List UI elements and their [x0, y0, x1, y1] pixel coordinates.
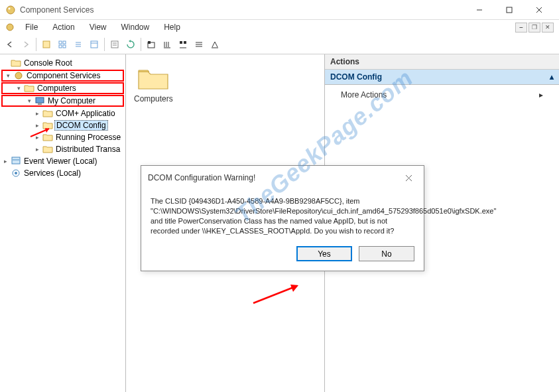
back-button[interactable] [3, 37, 17, 52]
content-item-computers[interactable]: Computers [130, 58, 177, 107]
actions-more-label: More Actions [341, 90, 387, 99]
actions-header: Actions [325, 54, 559, 70]
dialog-close-button[interactable] [400, 171, 417, 184]
menu-file[interactable]: File [19, 21, 44, 33]
svg-rect-11 [63, 45, 66, 48]
menu-action[interactable]: Action [46, 21, 81, 33]
menu-view[interactable]: View [83, 21, 113, 33]
yes-button[interactable]: Yes [296, 246, 352, 261]
refresh-button[interactable] [123, 37, 138, 52]
tree-label: Services (Local) [23, 168, 82, 178]
dialog-body-text: The CLSID {049436D1-A450-4589-A4A9-9BB92… [141, 190, 424, 235]
tree-label: Distributed Transa [54, 145, 121, 154]
app-icon [5, 5, 16, 15]
svg-rect-9 [63, 41, 66, 44]
chevron-down-icon[interactable]: ▾ [15, 85, 23, 92]
tool-button-d[interactable] [192, 37, 206, 52]
minimize-button[interactable] [464, 0, 494, 20]
chevron-right-icon[interactable]: ▸ [1, 158, 9, 164]
tree-item-event-viewer[interactable]: ▸ Event Viewer (Local) [0, 155, 125, 167]
tool-button-c[interactable] [176, 37, 190, 52]
svg-rect-3 [507, 7, 512, 13]
content-item-label: Computers [134, 94, 173, 103]
mdi-minimize-button[interactable]: ‒ [515, 23, 527, 33]
tree-item-com-apps[interactable]: ▸ COM+ Applicatio [0, 107, 125, 119]
folder-large-icon [137, 65, 169, 92]
mdi-controls: ‒ ❐ ✕ [515, 23, 556, 33]
toolbar-separator [104, 38, 105, 51]
tree-item-component-services[interactable]: ▾ Component Services [1, 70, 124, 82]
tool-button-b[interactable] [160, 37, 174, 52]
view-large-button[interactable] [55, 37, 70, 52]
tree-label: DCOM Config [54, 120, 108, 131]
show-hide-tree-button[interactable] [39, 37, 54, 52]
dcom-warning-dialog: DCOM Configuration Warning! The CLSID {0… [141, 165, 424, 271]
svg-point-0 [7, 6, 15, 14]
svg-rect-21 [148, 41, 151, 44]
tool-button-a[interactable] [144, 37, 158, 52]
forward-button[interactable] [19, 37, 33, 52]
no-button[interactable]: No [359, 246, 414, 261]
actions-section-label: DCOM Config [330, 72, 382, 82]
maximize-button[interactable] [494, 0, 524, 20]
view-detail-button[interactable] [87, 37, 101, 52]
app-icon-small [5, 23, 15, 32]
chevron-right-icon[interactable]: ▸ [33, 134, 41, 141]
chevron-right-icon[interactable]: ▸ [33, 110, 41, 117]
chevron-down-icon[interactable]: ▾ [4, 72, 12, 79]
folder-icon [42, 108, 53, 119]
menu-window[interactable]: Window [115, 21, 156, 33]
properties-button[interactable] [107, 37, 122, 52]
chevron-right-icon: ▸ [539, 90, 543, 99]
mdi-restore-button[interactable]: ❐ [528, 23, 540, 33]
tree-item-dcom-config[interactable]: ▸ DCOM Config [0, 119, 125, 131]
actions-section-header[interactable]: DCOM Config ▴ [325, 70, 559, 85]
tree-item-my-computer[interactable]: ▾ My Computer [1, 95, 124, 107]
svg-rect-35 [38, 103, 42, 105]
tree-item-computers[interactable]: ▾ Computers [1, 82, 124, 94]
svg-rect-17 [111, 41, 118, 48]
window-title: Component Services [20, 5, 464, 15]
close-button[interactable] [524, 0, 554, 20]
folder-icon [42, 120, 53, 131]
tree-label: Event Viewer (Local) [23, 157, 99, 166]
view-list-button[interactable] [71, 37, 86, 52]
tree-item-console-root[interactable]: Console Root [0, 57, 125, 69]
dialog-title-text: DCOM Configuration Warning! [148, 173, 255, 182]
tree-label: Component Services [25, 71, 101, 80]
tree-item-distributed[interactable]: ▸ Distributed Transa [0, 143, 125, 155]
mdi-close-button[interactable]: ✕ [542, 23, 554, 33]
chevron-right-icon[interactable]: ▸ [33, 122, 41, 129]
toolbar-separator [36, 38, 36, 51]
svg-point-1 [9, 7, 11, 9]
tree-panel: Console Root ▾ Component Services ▾ Comp… [0, 54, 126, 392]
svg-point-6 [7, 24, 13, 31]
component-services-icon [13, 70, 24, 81]
toolbar-separator [141, 38, 141, 51]
titlebar: Component Services [0, 0, 559, 20]
chevron-down-icon[interactable]: ▾ [25, 98, 33, 104]
tree-item-running-processes[interactable]: ▸ Running Processe [0, 131, 125, 143]
svg-rect-26 [180, 41, 182, 44]
tool-button-e[interactable] [208, 37, 222, 52]
svg-point-33 [15, 72, 22, 79]
tree-label: COM+ Applicatio [54, 109, 117, 118]
folder-icon [42, 144, 53, 155]
menu-help[interactable]: Help [157, 21, 187, 33]
svg-rect-7 [43, 41, 50, 48]
tree-item-services[interactable]: Services (Local) [0, 167, 125, 179]
folder-icon [11, 58, 21, 68]
svg-rect-27 [184, 41, 186, 44]
folder-icon [42, 132, 53, 143]
services-icon [11, 168, 21, 178]
svg-rect-15 [91, 41, 97, 48]
svg-rect-10 [59, 45, 62, 48]
svg-rect-34 [36, 98, 44, 103]
tree-label: My Computer [46, 96, 97, 105]
tree-label: Computers [36, 84, 78, 93]
dialog-buttons: Yes No [141, 235, 424, 271]
chevron-right-icon[interactable]: ▸ [33, 146, 41, 153]
tree-label: Console Root [23, 58, 74, 68]
folder-icon [24, 83, 34, 94]
actions-more[interactable]: More Actions ▸ [325, 85, 559, 105]
